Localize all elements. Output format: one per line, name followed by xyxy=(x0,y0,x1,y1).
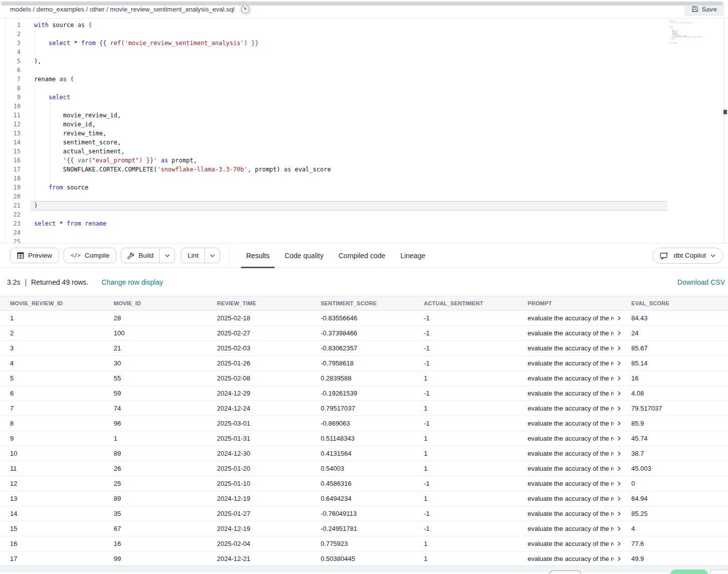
table-row[interactable]: 1282025-02-18-0.83556646-1evaluate the a… xyxy=(0,311,728,326)
line-number: 2 xyxy=(0,30,21,39)
code-line[interactable]: 3 select * from {{ ref('movie_review_sen… xyxy=(0,39,331,48)
code-line[interactable]: 18 xyxy=(0,174,331,183)
code-line[interactable]: 22 xyxy=(0,210,331,219)
expand-cell-chevron-icon[interactable] xyxy=(617,316,621,321)
code-line[interactable]: 17 SNOWFLAKE.CORTEX.COMPLETE('snowflake-… xyxy=(0,165,331,174)
expand-cell-chevron-icon[interactable] xyxy=(617,496,621,501)
code-line[interactable]: 24 xyxy=(0,228,331,237)
code-line[interactable]: 2 xyxy=(0,30,331,39)
editor-scrollbar-thumb[interactable] xyxy=(723,110,727,114)
code-line[interactable]: 9 select xyxy=(0,93,331,102)
table-row[interactable]: 16162025-02-040.7759231evaluate the accu… xyxy=(0,536,728,551)
table-row[interactable]: 15672024-12-19-0.24951781-1evaluate the … xyxy=(0,521,728,536)
code-line[interactable]: 21) xyxy=(0,201,331,210)
tab-lineage[interactable]: Lineage xyxy=(395,243,430,268)
expand-cell-chevron-icon[interactable] xyxy=(617,376,621,381)
line-number: 20 xyxy=(0,192,21,201)
expand-cell-chevron-icon[interactable] xyxy=(617,346,621,351)
expand-cell-chevron-icon[interactable] xyxy=(617,466,621,471)
table-cell: 9 xyxy=(0,435,104,442)
code-line[interactable]: 11 movie_review_id, xyxy=(0,111,331,120)
horizontal-scrollbar-track[interactable] xyxy=(0,565,728,572)
code-line[interactable]: 1with source as ( xyxy=(0,21,331,30)
line-number: 21 xyxy=(0,201,21,210)
table-row[interactable]: 10892024-12-300.41315641evaluate the acc… xyxy=(0,446,728,461)
build-dropdown-chevron[interactable] xyxy=(159,248,174,263)
results-table: MOVIE_REVIEW_IDMOVIE_IDREVIEW_TIMESENTIM… xyxy=(0,296,728,566)
eval-score-cell: 85.14 xyxy=(621,359,728,367)
code-line[interactable]: 23select * from rename xyxy=(0,219,331,228)
table-row[interactable]: 912025-01-310.511483431evaluate the accu… xyxy=(0,431,728,446)
code-line[interactable]: 13 review_time, xyxy=(0,129,331,138)
table-row[interactable]: 13892024-12-190.64942341evaluate the acc… xyxy=(0,491,728,506)
expand-cell-chevron-icon[interactable] xyxy=(617,361,621,366)
table-cell: 2024-12-29 xyxy=(207,390,311,397)
code-line[interactable]: 25 xyxy=(0,237,331,243)
expand-cell-chevron-icon[interactable] xyxy=(617,556,621,561)
expand-cell-chevron-icon[interactable] xyxy=(617,481,621,486)
preview-button[interactable]: Preview xyxy=(10,248,59,263)
expand-cell-chevron-icon[interactable] xyxy=(617,436,621,441)
code-line[interactable]: 10 xyxy=(0,102,331,111)
partial-green-button[interactable] xyxy=(670,569,708,574)
download-csv-link[interactable]: Download CSV xyxy=(677,278,725,286)
lint-button[interactable]: Lint xyxy=(181,248,204,263)
code-line[interactable]: 20 xyxy=(0,192,331,201)
table-cell: 5 xyxy=(0,374,104,382)
table-cell: 16 xyxy=(104,540,207,547)
table-row[interactable]: 11262025-01-200.540031evaluate the accur… xyxy=(0,461,728,476)
editor-scrollbar-track[interactable] xyxy=(724,19,724,243)
code-line[interactable]: 8 xyxy=(0,84,331,93)
compile-button[interactable]: </> Compile xyxy=(64,248,116,263)
code-line[interactable]: 6 xyxy=(0,66,331,75)
table-row[interactable]: 3212025-02-03-0.83062357-1evaluate the a… xyxy=(0,341,728,356)
line-number: 23 xyxy=(0,219,21,228)
code-line[interactable]: 7rename as ( xyxy=(0,75,331,84)
change-row-display-link[interactable]: Change row display xyxy=(102,278,163,286)
code-brackets-icon: </> xyxy=(71,252,81,259)
code-line[interactable]: 4 xyxy=(0,48,331,57)
table-cell: 1 xyxy=(414,405,518,412)
table-row[interactable]: 12252025-01-100.4586316-1evaluate the ac… xyxy=(0,476,728,491)
table-row[interactable]: 7742024-12-240.795170371evaluate the acc… xyxy=(0,401,728,416)
table-row[interactable]: 5552025-02-080.28395881evaluate the accu… xyxy=(0,371,728,386)
table-row[interactable]: 6592024-12-29-0.19261539-1evaluate the a… xyxy=(0,386,728,401)
expand-cell-chevron-icon[interactable] xyxy=(617,541,621,546)
tab-code-quality[interactable]: Code quality xyxy=(280,243,329,268)
expand-cell-chevron-icon[interactable] xyxy=(617,406,621,411)
code-lines[interactable]: 1with source as (23 select * from {{ ref… xyxy=(0,21,331,243)
table-cell: -1 xyxy=(414,314,518,322)
results-status-bar: 3.2s | Returned 49 rows. Change row disp… xyxy=(0,268,728,296)
expand-cell-chevron-icon[interactable] xyxy=(617,421,621,426)
expand-cell-chevron-icon[interactable] xyxy=(617,391,621,396)
table-row[interactable]: 8962025-03-01-0.869063-1evaluate the acc… xyxy=(0,416,728,431)
expand-cell-chevron-icon[interactable] xyxy=(617,331,621,336)
table-row[interactable]: 17992024-12-210.503804451evaluate the ac… xyxy=(0,551,728,566)
code-line[interactable]: 19 from source xyxy=(0,183,331,192)
table-row[interactable]: 14352025-01-27-0.76049113-1evaluate the … xyxy=(0,506,728,521)
horizontal-scrollbar-thumb[interactable] xyxy=(1,2,723,6)
table-cell: 2024-12-24 xyxy=(207,405,311,412)
code-editor[interactable]: 1with source as (23 select * from {{ ref… xyxy=(0,19,728,243)
code-line[interactable]: 16 '{{ var("eval_prompt") }}' as prompt, xyxy=(0,156,331,165)
dbt-copilot-button[interactable]: dbt Copilot xyxy=(652,248,723,264)
table-row[interactable]: 4302025-01-26-0.7958618-1evaluate the ac… xyxy=(0,356,728,371)
build-button[interactable]: Build xyxy=(121,248,159,263)
lint-dropdown-chevron[interactable] xyxy=(204,248,219,263)
code-line[interactable]: 5), xyxy=(0,57,331,66)
code-line[interactable]: 12 movie_id, xyxy=(0,120,331,129)
expand-cell-chevron-icon[interactable] xyxy=(617,526,621,531)
table-row[interactable]: 21002025-02-27-0.37398466-1evaluate the … xyxy=(0,326,728,341)
code-line[interactable]: 15 actual_sentiment, xyxy=(0,147,331,156)
code-line[interactable]: 14 sentiment_score, xyxy=(0,138,331,147)
tab-compiled-code[interactable]: Compiled code xyxy=(334,243,390,268)
minimap[interactable]: with source as ( select * from {{ ref('m… xyxy=(669,21,723,64)
prompt-text: evaluate the accuracy of the res… xyxy=(528,390,614,397)
table-cell: 2025-01-31 xyxy=(207,435,311,442)
tab-results[interactable]: Results xyxy=(241,243,275,268)
line-number: 13 xyxy=(0,129,21,138)
partial-bottom-button[interactable] xyxy=(710,569,728,574)
partial-bottom-button[interactable] xyxy=(549,570,581,574)
expand-cell-chevron-icon[interactable] xyxy=(617,511,621,516)
expand-cell-chevron-icon[interactable] xyxy=(617,451,621,456)
